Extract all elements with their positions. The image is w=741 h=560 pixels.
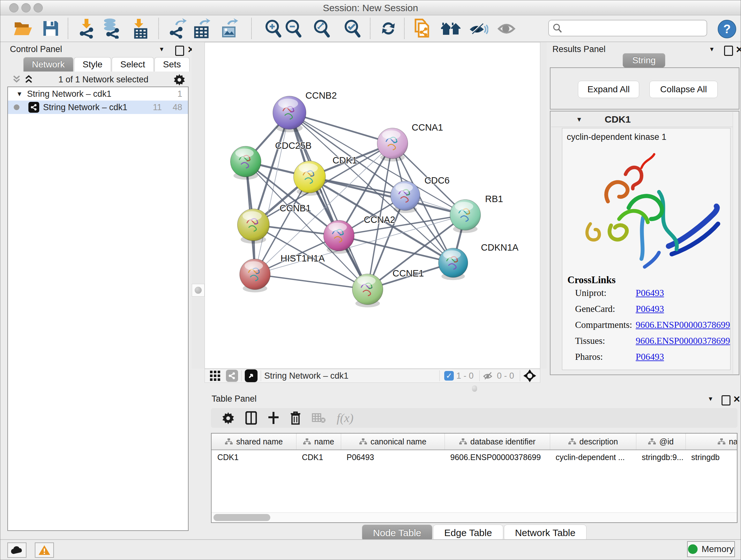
add-column-button[interactable]: [268, 411, 279, 425]
memory-button[interactable]: Memory: [687, 541, 735, 557]
import-table-button[interactable]: [128, 17, 151, 40]
crosslink-tissues[interactable]: 9606.ENSP00000378699: [636, 335, 730, 346]
panel-float-icon[interactable]: [722, 395, 731, 407]
section-collapse-icon[interactable]: ▼: [576, 116, 583, 123]
node-ccnb2[interactable]: CCNB2: [273, 90, 337, 132]
network-collection-row[interactable]: ▼ String Network – cdk1 1: [8, 87, 188, 101]
column-header-canonical-name[interactable]: canonical name: [341, 434, 445, 450]
hide-selected-button[interactable]: [467, 17, 489, 40]
open-file-button[interactable]: [12, 17, 35, 40]
tab-string[interactable]: String: [623, 53, 665, 67]
tab-network-table[interactable]: Network Table: [504, 524, 587, 541]
collapse-all-button[interactable]: Collapse All: [650, 81, 718, 98]
tab-node-table[interactable]: Node Table: [362, 524, 432, 541]
right-splitter[interactable]: [540, 42, 547, 369]
column-header-database-identifier[interactable]: database identifier: [445, 434, 550, 450]
export-table-button[interactable]: [190, 17, 212, 40]
expand-all-icon[interactable]: [24, 75, 33, 84]
import-network-file-button[interactable]: [75, 17, 98, 40]
panel-close-icon[interactable]: ✕: [733, 394, 740, 405]
tab-style[interactable]: Style: [74, 57, 111, 71]
crosslink-pharos[interactable]: P06493: [636, 352, 664, 362]
crosslink-uniprot[interactable]: P06493: [636, 288, 664, 298]
function-builder-button[interactable]: f(x): [337, 411, 354, 425]
table-cell[interactable]: stringdb: [685, 450, 738, 464]
search-input[interactable]: [562, 23, 706, 34]
node-ccna1[interactable]: CCNA1: [377, 122, 443, 162]
edge-CCNB2-HIST1H1A[interactable]: [255, 113, 289, 274]
search-field[interactable]: [548, 20, 707, 37]
left-splitter-handle[interactable]: [192, 284, 205, 297]
layout-refresh-button[interactable]: [377, 17, 400, 40]
tab-sets[interactable]: Sets: [154, 57, 190, 71]
zoom-out-button[interactable]: [282, 17, 305, 40]
panel-close-icon[interactable]: ✕: [736, 44, 741, 55]
grid-view-icon[interactable]: [209, 370, 221, 381]
gene-section-header[interactable]: ▼ CDK1: [551, 112, 733, 127]
table-row[interactable]: CDK1CDK1P064939606.ENSP00000378699cyclin…: [212, 450, 738, 464]
network-row-selected[interactable]: String Network – cdk1 11 48: [8, 101, 188, 114]
expand-all-button[interactable]: Expand All: [578, 81, 639, 98]
network-graph[interactable]: CCNB2CCNA1CDC25BCDK1CDC6RB1CCNB1CCNA2CDK…: [205, 43, 541, 369]
edge-HIST1H1A-CCNE1[interactable]: [255, 274, 367, 289]
table-cell[interactable]: P06493: [341, 450, 445, 464]
panel-float-icon[interactable]: [175, 46, 184, 57]
zoom-in-button[interactable]: [262, 17, 284, 40]
panel-menu-icon[interactable]: ▾: [709, 395, 712, 403]
node-hist1h1a[interactable]: HIST1H1A: [240, 253, 325, 293]
panel-float-icon[interactable]: [724, 46, 733, 57]
zoom-fit-button[interactable]: [311, 17, 333, 40]
warnings-button[interactable]: [35, 543, 54, 558]
show-all-networks-button[interactable]: [440, 17, 462, 40]
crosslink-genecard[interactable]: P06493: [636, 304, 664, 314]
node-ccnb1[interactable]: CCNB1: [238, 203, 311, 244]
export-network-button[interactable]: [166, 17, 189, 40]
copy-network-button[interactable]: [411, 17, 433, 40]
table-settings-button[interactable]: [222, 412, 234, 424]
column-header-name[interactable]: name: [296, 434, 341, 450]
bottom-splitter-handle[interactable]: [472, 385, 477, 392]
results-scrollbar[interactable]: [733, 112, 738, 374]
panel-menu-icon[interactable]: ▾: [160, 45, 163, 53]
node-cdkn1a[interactable]: CDKN1A: [439, 242, 519, 280]
table-cell[interactable]: stringdb:9...: [636, 450, 685, 464]
delete-table-button[interactable]: [312, 413, 326, 423]
left-splitter[interactable]: [192, 42, 205, 369]
cloud-status-button[interactable]: [7, 543, 26, 558]
node-cdk1[interactable]: CDK1: [293, 155, 357, 196]
node-rb1[interactable]: RB1: [450, 194, 503, 233]
show-columns-button[interactable]: [246, 411, 257, 425]
collapse-all-icon[interactable]: [12, 75, 21, 84]
import-network-database-button[interactable]: [100, 17, 122, 40]
table-cell[interactable]: 9606.ENSP00000378699: [445, 450, 550, 464]
table-cell[interactable]: cyclin-dependent ...: [550, 450, 636, 464]
column-header-id[interactable]: @id: [636, 434, 685, 450]
selected-checkbox-icon[interactable]: ✓: [444, 371, 454, 381]
node-table[interactable]: shared namenamecanonical namedatabase id…: [211, 433, 738, 523]
crosslink-compartments[interactable]: 9606.ENSP00000378699: [636, 320, 730, 330]
scrollbar-thumb[interactable]: [213, 514, 270, 521]
tab-select[interactable]: Select: [112, 57, 154, 71]
tree-expander-icon[interactable]: ▼: [16, 90, 23, 98]
tab-edge-table[interactable]: Edge Table: [433, 524, 503, 541]
table-cell[interactable]: CDK1: [296, 450, 341, 464]
column-header-namespace[interactable]: namespace: [685, 434, 738, 450]
show-selected-button[interactable]: [495, 17, 518, 40]
panel-menu-icon[interactable]: ▾: [710, 45, 714, 53]
help-button[interactable]: ?: [718, 20, 736, 38]
network-canvas[interactable]: CCNB2CCNA1CDC25BCDK1CDC6RB1CCNB1CCNA2CDK…: [205, 42, 540, 369]
zoom-selected-button[interactable]: [341, 17, 363, 40]
network-list-icon[interactable]: [226, 370, 238, 382]
save-session-button[interactable]: [40, 17, 62, 40]
table-cell[interactable]: CDK1: [212, 450, 296, 464]
table-horizontal-scrollbar[interactable]: [212, 512, 737, 522]
delete-column-button[interactable]: [290, 411, 301, 425]
fit-selected-crosshair-icon[interactable]: [523, 369, 536, 382]
tab-network[interactable]: Network: [23, 57, 73, 71]
column-header-shared-name[interactable]: shared name: [212, 434, 296, 450]
birdseye-view-icon[interactable]: [245, 369, 258, 382]
export-image-button[interactable]: [218, 17, 240, 40]
column-header-description[interactable]: description: [550, 434, 636, 450]
gear-icon[interactable]: [173, 73, 185, 85]
import-network-database-icon: [101, 18, 121, 39]
